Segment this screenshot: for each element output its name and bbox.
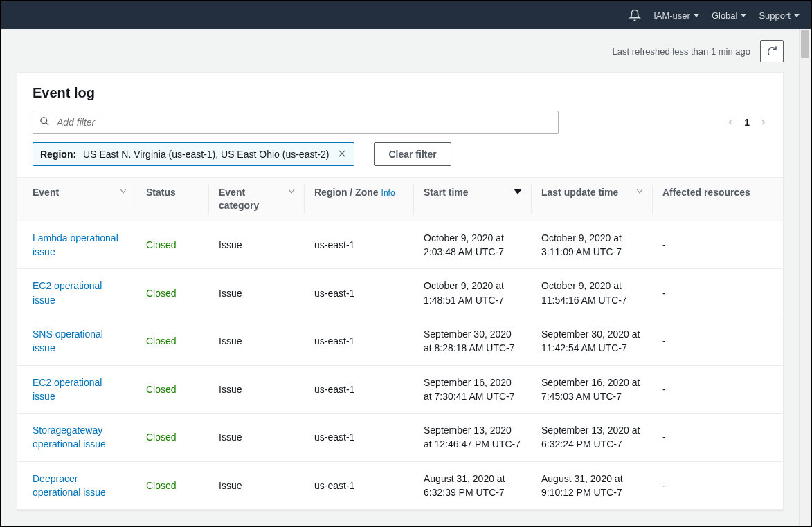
chip-value: US East N. Virginia (us-east-1), US East… [83,149,329,160]
region-label: Global [712,10,738,21]
pager: 1 [726,116,768,129]
top-nav: IAM-user Global Support [1,1,811,29]
event-link[interactable]: Deepracer operational issue [33,473,106,498]
category-value: Issue [209,461,305,510]
pager-page: 1 [744,117,750,128]
col-header-region[interactable]: Region / ZoneInfo [305,178,414,221]
event-link[interactable]: Lambda operational issue [33,232,118,257]
table-row: Storagegateway operational issueClosedIs… [17,414,783,462]
chip-remove[interactable] [334,148,347,160]
update-value: October 9, 2020 at 3:11:09 AM UTC-7 [532,221,653,269]
filter-input[interactable] [33,111,559,134]
table-row: Lambda operational issueClosedIssueus-ea… [17,221,783,269]
region-menu[interactable]: Global [712,10,747,21]
region-filter-chip[interactable]: Region: US East N. Virginia (us-east-1),… [33,142,354,166]
category-value: Issue [209,269,305,317]
bell-icon [629,9,641,21]
update-value: September 30, 2020 at 11:42:54 AM UTC-7 [532,317,653,365]
col-header-affected[interactable]: Affected resources [653,178,783,221]
col-header-event[interactable]: Event [17,178,136,221]
update-value: September 16, 2020 at 7:45:03 AM UTC-7 [532,365,653,414]
category-value: Issue [209,221,305,269]
notifications-button[interactable] [629,9,641,21]
filter-chips: Region: US East N. Virginia (us-east-1),… [17,142,783,177]
update-value: October 9, 2020 at 11:54:16 AM UTC-7 [532,269,653,317]
affected-value: - [653,461,783,510]
status-value: Closed [146,288,177,299]
start-value: September 30, 2020 at 8:28:18 AM UTC-7 [414,317,532,365]
last-refresh-text: Last refreshed less than 1 min ago [613,46,750,57]
update-value: August 31, 2020 at 9:10:12 PM UTC-7 [532,461,653,510]
affected-value: - [653,365,783,414]
sort-icon [636,189,643,194]
event-link[interactable]: Storagegateway operational issue [33,425,106,450]
start-value: September 16, 2020 at 7:30:41 AM UTC-7 [414,365,532,414]
chip-label: Region: [40,149,76,160]
status-value: Closed [146,335,177,346]
support-menu[interactable]: Support [759,10,800,21]
pager-next[interactable] [759,116,768,129]
scrollbar-thumb[interactable] [801,30,809,58]
status-value: Closed [146,480,177,491]
event-log-panel: Event log 1 [17,72,784,510]
start-value: September 13, 2020 at 12:46:47 PM UTC-7 [414,414,532,462]
region-value: us-east-1 [305,461,414,510]
start-value: October 9, 2020 at 2:03:48 AM UTC-7 [414,221,532,269]
vertical-scrollbar[interactable] [799,29,811,526]
clear-filter-button[interactable]: Clear filter [374,142,451,166]
event-link[interactable]: EC2 operational issue [33,280,102,305]
affected-value: - [653,317,783,365]
table-row: EC2 operational issueClosedIssueus-east-… [17,365,783,414]
caret-down-icon [741,14,746,17]
sort-icon [288,189,295,194]
affected-value: - [653,221,783,269]
caret-down-icon [794,14,800,17]
region-value: us-east-1 [305,365,414,414]
toolbar: Last refreshed less than 1 min ago [17,40,784,62]
status-value: Closed [146,432,177,443]
affected-value: - [653,414,783,462]
region-value: us-east-1 [305,221,414,269]
col-header-start[interactable]: Start time [414,178,532,221]
col-header-status[interactable]: Status [136,178,209,221]
category-value: Issue [209,414,305,462]
status-value: Closed [146,384,177,395]
clear-filter-label: Clear filter [388,149,436,160]
update-value: September 13, 2020 at 6:32:24 PM UTC-7 [532,414,653,462]
chevron-left-icon [726,116,734,129]
col-header-update[interactable]: Last update time [532,178,653,221]
close-icon [337,149,347,158]
region-value: us-east-1 [305,414,414,462]
pager-prev[interactable] [726,116,734,129]
affected-value: - [653,269,783,317]
support-label: Support [759,10,791,21]
table-row: SNS operational issueClosedIssueus-east-… [17,317,783,365]
events-table: Event Status Event category Region / Zon… [17,177,783,510]
filter-row: 1 [17,111,783,142]
svg-point-0 [41,118,47,124]
event-link[interactable]: EC2 operational issue [33,377,102,402]
user-label: IAM-user [653,10,690,21]
col-header-category[interactable]: Event category [209,178,305,221]
event-link[interactable]: SNS operational issue [33,329,103,353]
search-icon [39,116,50,129]
region-value: us-east-1 [305,269,414,317]
refresh-icon [766,46,777,57]
info-link[interactable]: Info [381,188,395,198]
table-row: Deepracer operational issueClosedIssueus… [17,461,783,510]
filter-input-wrap [33,111,559,134]
sort-icon [120,189,127,194]
table-row: EC2 operational issueClosedIssueus-east-… [17,269,783,317]
panel-title: Event log [17,73,783,111]
region-value: us-east-1 [305,317,414,365]
svg-line-1 [46,122,48,125]
sort-desc-icon [514,189,522,194]
status-value: Closed [146,239,177,250]
start-value: October 9, 2020 at 1:48:51 AM UTC-7 [414,269,532,317]
start-value: August 31, 2020 at 6:32:39 PM UTC-7 [414,461,532,510]
refresh-button[interactable] [760,40,784,62]
user-menu[interactable]: IAM-user [653,10,699,21]
category-value: Issue [209,365,305,414]
caret-down-icon [694,14,699,17]
category-value: Issue [209,317,305,365]
